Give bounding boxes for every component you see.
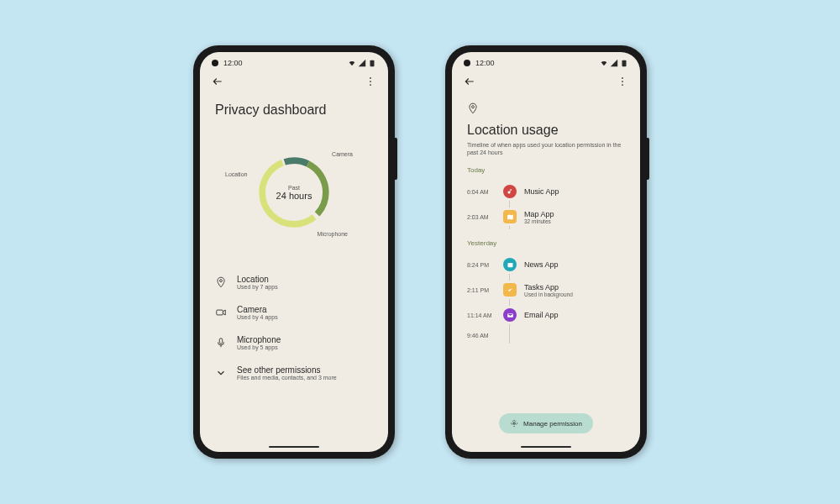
donut-hours-label: 24 hours [276, 191, 312, 201]
timeline-app-name: Email App [524, 311, 559, 319]
svg-point-9 [622, 81, 623, 82]
permission-item-other[interactable]: See other permissions Files and media, c… [215, 358, 373, 388]
news-app-icon [503, 258, 517, 271]
svg-rect-6 [219, 339, 223, 344]
timeline-time: 8:24 PM [467, 262, 496, 268]
signal-icon [610, 59, 618, 67]
front-camera-dot [212, 60, 218, 66]
screen: 12:00 Privacy dashboard [200, 52, 388, 452]
nav-bar [452, 71, 640, 96]
camera-icon [215, 307, 227, 318]
overflow-menu-button[interactable] [365, 76, 376, 91]
timeline-app-name: Music App [524, 187, 559, 196]
nav-bar [200, 71, 388, 96]
permission-sub: Used by 4 apps [237, 314, 278, 320]
status-time: 12:00 [475, 59, 495, 67]
svg-point-14 [513, 423, 516, 425]
header-location-icon [467, 102, 625, 118]
manage-permission-label: Manage permission [523, 420, 582, 428]
timeline-app-sub: 32 minutes [524, 218, 554, 224]
more-vert-icon [617, 76, 628, 87]
chevron-down-icon [215, 367, 227, 379]
svg-rect-5 [217, 310, 223, 315]
status-time: 12:00 [223, 59, 243, 67]
svg-point-4 [220, 280, 223, 282]
front-camera-dot [464, 60, 470, 66]
section-yesterday: Yesterday [467, 239, 625, 247]
signal-icon [358, 59, 366, 67]
permission-name: Microphone [237, 335, 281, 344]
permission-name: Location [237, 275, 278, 284]
overflow-menu-button[interactable] [617, 76, 628, 91]
timeline-today: 6:04 AM Music App 2:03 AM Map App 32 min… [467, 179, 625, 229]
permission-name: See other permissions [237, 365, 337, 375]
timeline-item[interactable]: 8:24 PM News App [467, 252, 625, 277]
more-vert-icon [365, 76, 376, 87]
svg-point-1 [370, 77, 371, 79]
svg-point-10 [622, 84, 623, 86]
timeline-app-name: Tasks App [524, 283, 573, 291]
timeline-item[interactable]: 6:04 AM Music App [467, 179, 625, 204]
home-indicator[interactable] [521, 446, 571, 448]
donut-label-camera: Camera [332, 151, 353, 157]
svg-point-2 [370, 81, 371, 82]
wifi-icon [600, 59, 608, 67]
status-bar: 12:00 [452, 52, 640, 71]
status-bar: 12:00 [200, 52, 388, 71]
manage-permission-button[interactable]: Manage permission [499, 413, 593, 433]
phone-privacy-dashboard: 12:00 Privacy dashboard [193, 45, 395, 459]
screen: 12:00 Location usage Timeline of when ap… [452, 52, 640, 452]
map-app-icon [503, 210, 517, 223]
back-arrow-icon [464, 76, 475, 87]
section-today: Today [467, 166, 625, 174]
permission-list: Location Used by 7 apps Camera Used by 4… [215, 267, 373, 388]
back-arrow-icon [212, 76, 223, 87]
timeline-time: 6:04 AM [467, 189, 496, 195]
timeline-time: 11:14 AM [467, 312, 496, 318]
svg-point-8 [622, 77, 623, 79]
wifi-icon [348, 59, 356, 67]
page-subtitle: Timeline of when apps used your location… [467, 141, 625, 156]
music-app-icon [503, 185, 517, 198]
donut-label-location: Location [225, 171, 247, 177]
svg-point-3 [370, 84, 371, 86]
timeline-app-name: News App [524, 260, 559, 269]
tasks-app-icon [503, 283, 517, 297]
permission-item-microphone[interactable]: Microphone Used by 5 apps [215, 328, 373, 358]
phone-location-usage: 12:00 Location usage Timeline of when ap… [445, 45, 647, 459]
battery-icon [368, 59, 376, 67]
permission-item-location[interactable]: Location Used by 7 apps [215, 267, 373, 297]
microphone-icon [215, 337, 227, 349]
timeline-time: 2:11 PM [467, 287, 496, 293]
battery-icon [620, 59, 628, 67]
timeline-time: 9:46 AM [467, 333, 496, 339]
status-icons [600, 59, 628, 67]
timeline-time: 2:03 AM [467, 214, 496, 220]
timeline-item[interactable]: 9:46 AM [467, 328, 625, 344]
back-button[interactable] [212, 76, 223, 91]
home-indicator[interactable] [269, 446, 319, 448]
page-title: Privacy dashboard [215, 102, 373, 118]
timeline-yesterday: 8:24 PM News App 2:11 PM Tasks App Used … [467, 252, 625, 344]
donut-label-microphone: Microphone [317, 231, 348, 237]
page-title: Location usage [467, 123, 625, 138]
timeline-item[interactable]: 2:11 PM Tasks App Used in background [467, 277, 625, 302]
svg-rect-0 [370, 60, 375, 67]
permission-sub: Used by 5 apps [237, 344, 281, 350]
usage-donut-chart: Past 24 hours Camera Location Microphone [215, 129, 373, 255]
status-icons [348, 59, 376, 67]
donut-past-label: Past [276, 185, 312, 191]
timeline-app-sub: Used in background [524, 291, 573, 297]
timeline-app-name: Map App [524, 210, 554, 218]
svg-rect-12 [507, 263, 512, 267]
svg-rect-7 [622, 60, 627, 67]
timeline-item[interactable]: 2:03 AM Map App 32 minutes [467, 204, 625, 229]
svg-point-11 [472, 106, 475, 108]
permission-name: Camera [237, 305, 278, 314]
back-button[interactable] [464, 76, 475, 91]
permission-item-camera[interactable]: Camera Used by 4 apps [215, 297, 373, 328]
location-pin-icon [215, 276, 227, 288]
permission-sub: Used by 7 apps [237, 284, 278, 290]
email-app-icon [503, 308, 517, 322]
timeline-item[interactable]: 11:14 AM Email App [467, 302, 625, 328]
